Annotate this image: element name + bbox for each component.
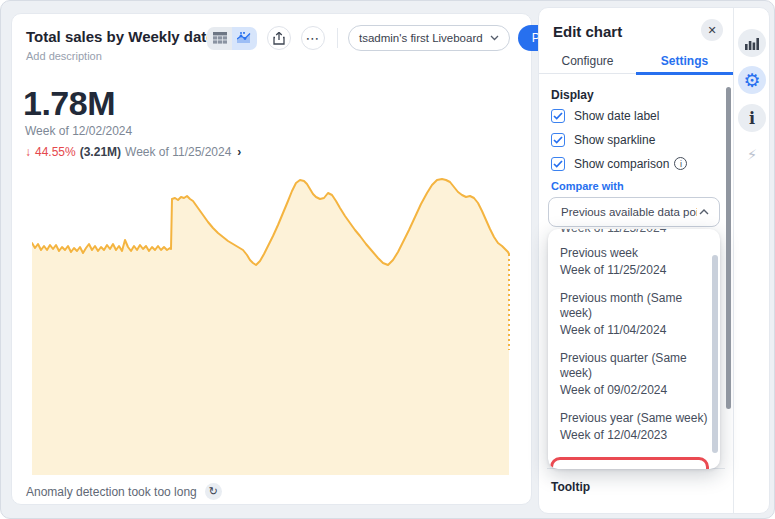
compare-with-label[interactable]: Compare with: [551, 180, 624, 192]
dropdown-scrollbar[interactable]: [712, 255, 718, 453]
compare-with-select[interactable]: Previous available data point: [548, 197, 720, 227]
panel-tabs: ConfigureSettings: [539, 50, 733, 74]
gear-icon: ⚙: [743, 71, 760, 90]
table-icon: [213, 32, 227, 44]
checkbox-row: Show date label: [551, 108, 687, 123]
chevron-up-icon: [699, 209, 709, 215]
liveboard-selector[interactable]: tsadmin's first Liveboard: [348, 25, 510, 51]
checkbox[interactable]: [551, 157, 565, 171]
clipped-option: Week of 11/25/2024: [548, 229, 720, 239]
info-icon: i: [749, 109, 755, 128]
add-description-link[interactable]: Add description: [26, 50, 102, 62]
page-title: Total sales by Weekly date: [26, 28, 215, 45]
sparkline-fill: [32, 179, 509, 475]
display-checkboxes: Show date label Show sparkline Show comp…: [551, 108, 687, 171]
close-icon: ✕: [707, 24, 716, 37]
kpi-date-label: Week of 12/02/2024: [25, 124, 132, 138]
comparison-abs: (3.21M): [80, 145, 121, 159]
display-heading: Display: [551, 88, 594, 102]
view-toggle: [207, 27, 257, 50]
checkbox[interactable]: [551, 133, 565, 147]
panel-title: Edit chart: [553, 23, 622, 40]
share-button[interactable]: [267, 26, 291, 50]
area-chart-icon: [237, 32, 252, 44]
close-button[interactable]: ✕: [701, 19, 723, 41]
rail-info-button[interactable]: i: [738, 104, 766, 132]
checkbox-label: Show sparkline: [574, 133, 655, 147]
dropdown-option[interactable]: Previous year (Same week) Week of 12/04/…: [548, 404, 720, 449]
compare-with-dropdown: Week of 11/25/2024 Previous week Week of…: [548, 229, 720, 469]
checkbox-row: Show sparkline: [551, 132, 687, 147]
ellipsis-icon: ⋯: [306, 33, 321, 43]
retry-button[interactable]: ↻: [205, 483, 222, 500]
dropdown-option[interactable]: Previous quarter (Same week) Week of 09/…: [548, 344, 720, 404]
tab-configure[interactable]: Configure: [539, 50, 636, 73]
chevron-right-icon: ›: [237, 145, 241, 159]
sparkline-chart[interactable]: [32, 167, 514, 475]
anomaly-status-text: Anomaly detection took too long: [26, 485, 197, 499]
dropdown-option[interactable]: Previous week Week of 11/25/2024: [548, 239, 720, 284]
chevron-down-icon: [490, 35, 499, 41]
checkmark-icon: [553, 112, 563, 120]
dropdown-option[interactable]: Previous month (Same week) Week of 11/04…: [548, 284, 720, 344]
rail-chart-button[interactable]: [738, 29, 766, 57]
checkmark-icon: [553, 160, 563, 168]
retry-icon: ↻: [209, 485, 218, 498]
comparison-pct: 44.55%: [35, 145, 76, 159]
more-options-button[interactable]: ⋯: [301, 26, 325, 50]
tooltip-heading: Tooltip: [551, 480, 590, 494]
checkbox-label: Show date label: [574, 109, 659, 123]
rail-spotiq-button[interactable]: ⚡: [738, 141, 766, 169]
rail-settings-button[interactable]: ⚙: [738, 66, 766, 94]
kpi-card: Total sales by Weekly date Add descripti…: [11, 13, 532, 505]
app-window: Total sales by Weekly date Add descripti…: [0, 0, 775, 519]
lightning-icon: ⚡: [747, 146, 758, 164]
chart-toolbar: ⋯ tsadmin's first Liveboard Pin: [207, 24, 563, 52]
toolbar-divider: [337, 28, 338, 48]
share-icon: [273, 32, 285, 45]
comparison-row[interactable]: ↓ 44.55% (3.21M) Week of 11/25/2024 ›: [25, 145, 241, 159]
bar-chart-icon: [745, 37, 759, 50]
edit-chart-container: Edit chart ✕ ConfigureSettings Display S…: [538, 7, 770, 514]
comparison-period: Week of 11/25/2024: [125, 145, 231, 159]
liveboard-selector-label: tsadmin's first Liveboard: [359, 32, 483, 44]
down-arrow-icon: ↓: [25, 145, 31, 159]
checkbox[interactable]: [551, 109, 565, 123]
checkmark-icon: [553, 136, 563, 144]
chart-view-button[interactable]: [232, 27, 257, 50]
select-value: Previous available data point: [561, 206, 697, 218]
checkbox-label: Show comparisoni: [574, 157, 687, 171]
edit-chart-panel: Edit chart ✕ ConfigureSettings Display S…: [539, 8, 733, 513]
checkbox-row: Show comparisoni: [551, 156, 687, 171]
info-icon[interactable]: i: [674, 157, 687, 170]
panel-scrollbar[interactable]: [726, 87, 731, 409]
anomaly-status: Anomaly detection took too long ↻: [26, 483, 222, 500]
annotation-highlight-box: [550, 457, 709, 469]
tab-settings[interactable]: Settings: [636, 50, 733, 73]
kpi-value: 1.78M: [23, 84, 115, 123]
icon-rail: ⚙ i ⚡: [733, 8, 770, 513]
dropdown-option[interactable]: Custom: [548, 457, 720, 469]
table-view-button[interactable]: [207, 27, 232, 50]
